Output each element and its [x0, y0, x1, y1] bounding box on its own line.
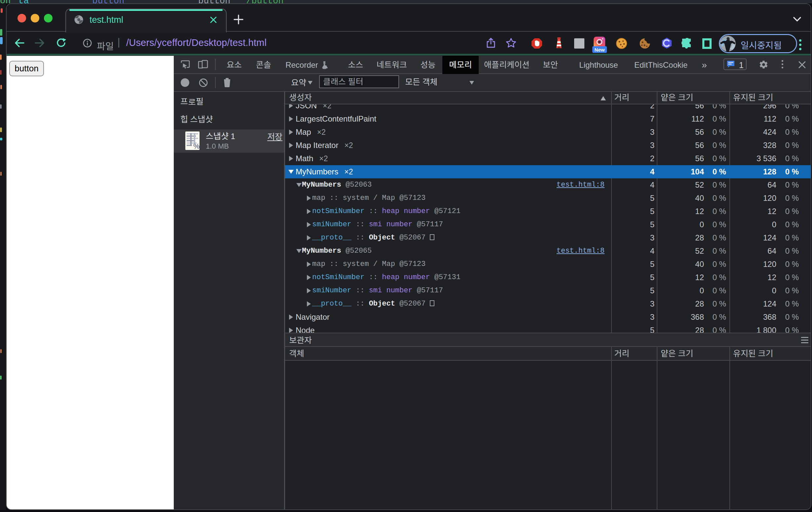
svg-text:%: % [193, 142, 200, 150]
